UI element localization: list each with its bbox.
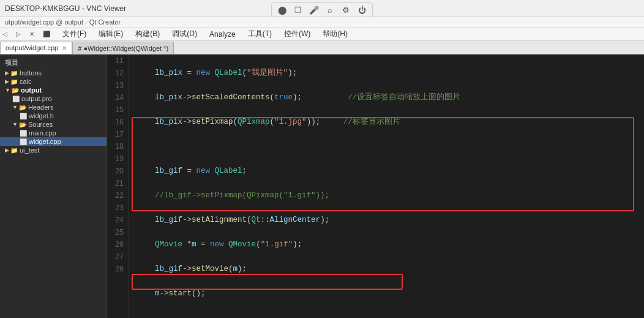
tab-bar: output/widget.cpp ✕ # ●Widget::Widget(QW… (0, 41, 644, 55)
code-line-16: //lb_gif->setPixmap(QPixmap("1.gif")); (137, 189, 637, 202)
menu-item-file[interactable]: 文件(F) (60, 29, 89, 39)
file-icon: ⬜ (20, 138, 27, 145)
folder-icon: 📁 (10, 78, 18, 85)
folder-icon: 📂 (19, 104, 26, 111)
folder-icon: 📂 (12, 87, 19, 94)
file-icon: ⬜ (20, 130, 27, 137)
sources-label: Sources (28, 121, 53, 128)
tab-close-1[interactable]: ✕ (62, 45, 67, 51)
tree-label: main.cpp (29, 129, 56, 137)
vnc-toolbar[interactable]: ⬤ ❐ 🎤 ⌕ ⚙ ⏻ (271, 2, 373, 17)
sidebar-item-headers[interactable]: ▼ 📂 Headers (0, 103, 107, 112)
code-line-11: lb_pix = new QLabel("我是图片"); (137, 67, 637, 79)
vnc-copy-icon[interactable]: ❐ (293, 4, 304, 15)
sidebar-header: 项目 (0, 57, 107, 69)
tree-label: buttons (20, 69, 42, 77)
code-line-13: lb_pix->setPixmap(QPixmap("1.jpg")); //标… (137, 116, 637, 128)
menu-item-analyze[interactable]: Analyze (207, 30, 238, 39)
tree-label: ui_test (20, 146, 39, 154)
sidebar-item-sources[interactable]: ▼ 📂 Sources (0, 120, 107, 129)
menu-bar: ◁ ▷ ✕ ⬛ 文件(F) 编辑(E) 构建(B) 调试(D) Analyze … (0, 28, 644, 41)
folder-icon: 📁 (10, 70, 18, 77)
menu-item-debug[interactable]: 调试(D) (170, 29, 200, 39)
tree-label: widget.h (29, 112, 54, 119)
code-text: lb_pix = new QLabel("我是图片"); lb_pix->set… (137, 55, 637, 318)
line-numbers: 11 12 13 14 15 16 17 18 19 20 21 22 23 2… (107, 55, 129, 318)
folder-icon: 📂 (19, 121, 26, 128)
arrow-icon: ▶ (5, 70, 9, 76)
code-line-12: lb_pix->setScaledContents(true); //设置标签自… (137, 91, 637, 104)
vnc-settings-icon[interactable]: ⚙ (340, 4, 351, 15)
vnc-mic-icon[interactable]: 🎤 (309, 4, 320, 15)
code-line-17: lb_gif->setAlignment(Qt::AlignCenter); (137, 214, 637, 226)
code-line-21 (137, 312, 637, 318)
tree-label: widget.cpp (29, 138, 61, 145)
tree-label: output.pro (21, 95, 52, 102)
code-content: lb_pix = new QLabel("我是图片"); lb_pix->set… (129, 55, 644, 318)
menu-item-build[interactable]: 构建(B) (133, 29, 162, 39)
tab-label-1: output/widget.cpp (6, 44, 58, 51)
menu-item-help[interactable]: 帮助(H) (320, 29, 350, 39)
main-content: 项目 ▶ 📁 buttons ▶ 📁 calc ▼ 📂 output ⬜ out… (0, 55, 644, 318)
code-line-18: QMovie *m = new QMovie("1.gif"); (137, 238, 637, 251)
sidebar-item-ui-test[interactable]: ▶ 📁 ui_test (0, 146, 107, 154)
arrow-icon: ▼ (5, 87, 10, 93)
arrow-icon: ▶ (5, 78, 9, 85)
sidebar-item-main-cpp[interactable]: ⬜ main.cpp (0, 129, 107, 137)
menu-item-controls[interactable]: 控件(W) (282, 29, 313, 39)
tab-widget-function[interactable]: # ●Widget::Widget(QWidget *) (72, 42, 174, 54)
sidebar-item-widget-h[interactable]: ⬜ widget.h (0, 112, 107, 120)
vnc-search-icon[interactable]: ⌕ (324, 4, 335, 15)
menu-area: utput/widget.cpp @ output - Qt Creator ◁… (0, 17, 644, 41)
arrow-icon: ▼ (12, 104, 18, 110)
sidebar-item-calc[interactable]: ▶ 📁 calc (0, 77, 107, 86)
code-line-14 (137, 140, 637, 153)
sidebar-item-widget-cpp[interactable]: ⬜ widget.cpp (0, 137, 107, 146)
title-text: DESKTOP-KMKBGGU - VNC Viewer (5, 4, 126, 13)
tree-label: Headers (28, 104, 54, 111)
tab-widget-cpp[interactable]: output/widget.cpp ✕ (0, 42, 72, 54)
folder-icon: 📁 (10, 147, 18, 154)
sidebar-item-output[interactable]: ▼ 📂 output (0, 86, 107, 94)
tab-label-2: # ●Widget::Widget(QWidget *) (78, 45, 168, 52)
arrow-icon: ▶ (5, 147, 9, 153)
file-icon: ⬜ (12, 96, 20, 102)
sidebar: 项目 ▶ 📁 buttons ▶ 📁 calc ▼ 📂 output ⬜ out… (0, 55, 107, 318)
sidebar-item-output-pro[interactable]: ⬜ output.pro (0, 94, 107, 103)
arrow-icon: ▼ (12, 121, 18, 127)
code-inner: 11 12 13 14 15 16 17 18 19 20 21 22 23 2… (107, 55, 644, 318)
file-icon: ⬜ (20, 113, 27, 119)
sidebar-item-buttons[interactable]: ▶ 📁 buttons (0, 69, 107, 77)
code-line-19: lb_gif->setMovie(m); (137, 263, 637, 275)
code-editor[interactable]: 11 12 13 14 15 16 17 18 19 20 21 22 23 2… (107, 55, 644, 318)
vnc-record-icon[interactable]: ⬤ (277, 4, 288, 15)
menu-path: utput/widget.cpp @ output - Qt Creator (0, 17, 644, 28)
code-line-20: m->start(); (137, 287, 637, 300)
menu-item-tools[interactable]: 工具(T) (245, 29, 274, 39)
code-line-15: lb_gif = new QLabel; (137, 165, 637, 177)
menu-item-edit[interactable]: 编辑(E) (96, 29, 125, 39)
tree-label: output (21, 86, 42, 94)
tree-label: calc (20, 78, 32, 85)
vnc-power-icon[interactable]: ⏻ (356, 4, 367, 15)
